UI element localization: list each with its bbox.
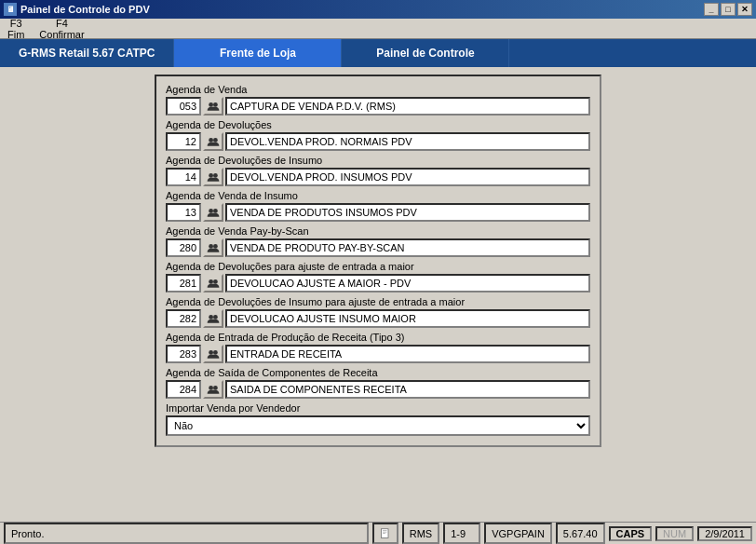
number-field-1[interactable] [166, 132, 201, 151]
field-row-3 [166, 203, 590, 222]
importar-vendedor-select[interactable]: Não [166, 415, 590, 436]
text-field-0[interactable] [225, 97, 590, 116]
number-field-7[interactable] [166, 345, 201, 363]
svg-point-11 [213, 279, 218, 284]
status-range: 1-9 [443, 523, 480, 544]
text-field-7[interactable] [225, 345, 590, 363]
status-icon [372, 523, 398, 544]
number-field-5[interactable] [166, 274, 201, 292]
minimize-button[interactable]: _ [704, 3, 719, 16]
svg-point-10 [209, 279, 213, 284]
text-field-6[interactable] [225, 309, 590, 328]
icon-button-6[interactable] [203, 309, 223, 328]
icon-button-4[interactable] [203, 238, 223, 257]
text-field-5[interactable] [225, 274, 590, 292]
field-row-2 [166, 168, 590, 186]
app-icon: 🖥 [4, 3, 17, 16]
svg-point-3 [213, 138, 218, 143]
field-row-0 [166, 97, 590, 116]
svg-rect-19 [383, 530, 387, 531]
status-main: Pronto. [4, 523, 369, 544]
field-row-8 [166, 380, 590, 399]
icon-button-1[interactable] [203, 132, 223, 151]
field-row-7 [166, 345, 590, 363]
section-label-5: Agenda de Devoluções para ajuste de entr… [166, 261, 590, 272]
close-button[interactable]: ✕ [737, 3, 752, 16]
svg-point-2 [209, 138, 213, 143]
svg-point-14 [209, 350, 213, 355]
svg-point-5 [213, 173, 218, 178]
number-field-0[interactable] [166, 97, 201, 116]
section-label-8: Agenda de Saída de Componentes de Receit… [166, 367, 590, 378]
form-panel: Agenda de Venda Agenda de Devoluções Age… [155, 75, 601, 447]
text-field-8[interactable] [225, 380, 590, 399]
text-field-3[interactable] [225, 203, 590, 222]
svg-point-13 [213, 315, 218, 320]
status-rms: RMS [402, 523, 439, 544]
number-field-2[interactable] [166, 168, 201, 186]
svg-point-9 [213, 244, 218, 249]
tab-grms[interactable]: G-RMS Retail 5.67 CATPC [0, 39, 174, 67]
svg-point-1 [213, 102, 218, 107]
text-field-1[interactable] [225, 132, 590, 151]
svg-point-6 [209, 209, 213, 213]
importar-vendedor-label: Importar Venda por Vendedor [166, 402, 590, 414]
svg-point-16 [209, 386, 213, 390]
section-label-3: Agenda de Venda de Insumo [166, 190, 590, 201]
window-title: Painel de Controle do PDV [20, 4, 150, 15]
icon-button-2[interactable] [203, 168, 223, 186]
status-version: 5.67.40 [556, 523, 605, 544]
svg-point-15 [213, 350, 218, 355]
svg-rect-20 [383, 531, 387, 532]
svg-point-8 [209, 244, 213, 249]
number-field-3[interactable] [166, 203, 201, 222]
field-row-6 [166, 309, 590, 328]
status-bar: Pronto. RMS 1-9 VGPGPAIN 5.67.40 CAPS NU… [0, 522, 756, 544]
f4-shortcut: F4 [56, 18, 68, 29]
num-indicator: NUM [655, 526, 694, 541]
field-row-1 [166, 132, 590, 151]
svg-point-17 [213, 386, 218, 390]
icon-button-7[interactable] [203, 345, 223, 363]
date-display: 2/9/2011 [697, 526, 752, 541]
confirmar-label: Confirmar [39, 29, 84, 40]
svg-point-7 [213, 209, 218, 213]
text-field-4[interactable] [225, 238, 590, 257]
number-field-8[interactable] [166, 380, 201, 399]
icon-button-3[interactable] [203, 203, 223, 222]
section-label-2: Agenda de Devoluções de Insumo [166, 155, 590, 166]
status-system: VGPGPAIN [484, 523, 552, 544]
tab-painel-de-controle[interactable]: Painel de Controle [342, 39, 509, 67]
main-content: Agenda de Venda Agenda de Devoluções Age… [0, 67, 756, 522]
section-label-6: Agenda de Devoluções de Insumo para ajus… [166, 296, 590, 307]
field-row-5 [166, 274, 590, 292]
field-row-4 [166, 238, 590, 257]
f3-shortcut: F3 [10, 18, 22, 29]
fim-label: Fim [7, 29, 24, 40]
svg-point-4 [209, 173, 213, 178]
section-label-1: Agenda de Devoluções [166, 119, 590, 130]
icon-button-5[interactable] [203, 274, 223, 292]
menu-bar: F3FimF4Confirmar [0, 19, 756, 39]
section-label-0: Agenda de Venda [166, 84, 590, 95]
svg-point-12 [209, 315, 213, 320]
caps-indicator: CAPS [609, 526, 653, 541]
tab-frente-de-loja[interactable]: Frente de Loja [174, 39, 342, 67]
number-field-6[interactable] [166, 309, 201, 328]
title-bar: 🖥 Painel de Controle do PDV _ □ ✕ [0, 0, 756, 19]
icon-button-8[interactable] [203, 380, 223, 399]
window-controls: _ □ ✕ [704, 3, 752, 16]
navigation-bar: G-RMS Retail 5.67 CATPC Frente de Loja P… [0, 39, 756, 67]
importar-vendedor-row: Não [166, 415, 590, 436]
text-field-2[interactable] [225, 168, 590, 186]
svg-point-0 [209, 102, 213, 107]
number-field-4[interactable] [166, 238, 201, 257]
maximize-button[interactable]: □ [721, 3, 736, 16]
svg-rect-21 [383, 533, 385, 534]
icon-button-0[interactable] [203, 97, 223, 116]
section-label-4: Agenda de Venda Pay-by-Scan [166, 225, 590, 237]
section-label-7: Agenda de Entrada de Produção de Receita… [166, 332, 590, 343]
